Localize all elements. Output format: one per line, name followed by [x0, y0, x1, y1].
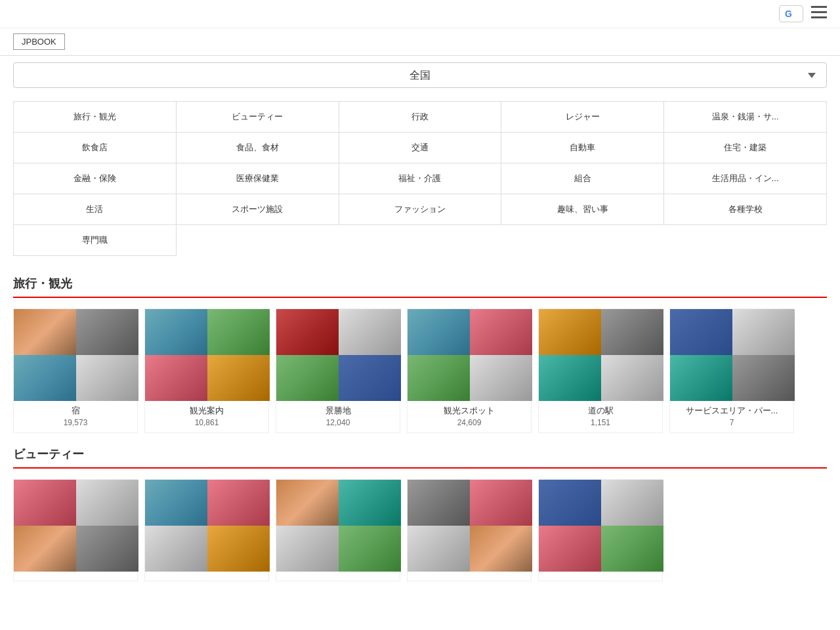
category-cell[interactable]: 交通	[339, 133, 502, 163]
card[interactable]: 道の駅1,151	[538, 308, 663, 433]
card-count: 1,151	[544, 418, 657, 427]
card-info	[145, 572, 268, 581]
card-image-placeholder	[539, 355, 601, 401]
card-info	[276, 572, 400, 581]
card-count: 24,609	[413, 418, 526, 427]
card-info: サービスエリア・パー...7	[670, 401, 793, 432]
region-select[interactable]: 全国 北海道 東北 関東 中部 近畿 中国 四国 九州 沖縄	[13, 62, 827, 88]
card-images	[539, 309, 663, 401]
category-cell[interactable]: 医療保健業	[177, 163, 339, 194]
breadcrumb-item[interactable]: JPBOOK	[13, 33, 65, 50]
card-info: 観光スポット24,609	[408, 401, 531, 432]
card-info: 観光案内10,861	[145, 401, 268, 432]
breadcrumb: JPBOOK	[0, 28, 840, 56]
card-image-placeholder	[670, 355, 732, 401]
card-name: サービスエリア・パー...	[675, 405, 788, 417]
card-image-placeholder	[339, 480, 401, 526]
card-count: 19,573	[19, 418, 132, 427]
card-image-placeholder	[408, 480, 470, 526]
card-image-placeholder	[276, 526, 339, 572]
category-cell[interactable]: 金融・保険	[14, 163, 177, 194]
category-cell[interactable]: ファッション	[339, 194, 502, 225]
card-image-placeholder	[539, 480, 601, 526]
card-image-placeholder	[76, 480, 138, 526]
card[interactable]: 景勝地12,040	[276, 308, 400, 433]
beauty-section-divider	[13, 467, 827, 469]
category-cell[interactable]: 生活用品・イン...	[664, 163, 827, 194]
category-cell[interactable]: 福祉・介護	[339, 163, 502, 194]
card-images	[408, 309, 532, 401]
category-cell[interactable]: 専門職	[14, 225, 177, 256]
header-right: G	[779, 5, 827, 22]
card-image-placeholder	[470, 526, 532, 572]
card-image-placeholder	[145, 480, 207, 526]
card[interactable]: サービスエリア・パー...7	[669, 308, 794, 433]
card-image-placeholder	[470, 309, 532, 355]
card[interactable]	[407, 479, 532, 581]
card-image-placeholder	[207, 355, 270, 401]
card-images	[145, 309, 270, 401]
category-cell[interactable]: 自動車	[501, 133, 664, 163]
category-cell[interactable]: 生活	[14, 194, 177, 225]
card[interactable]	[538, 479, 663, 581]
beauty-section-title: ビューティー	[13, 446, 827, 467]
menu-icon[interactable]	[811, 6, 827, 22]
card-info: 道の駅1,151	[539, 401, 662, 432]
card-name: 観光スポット	[413, 405, 526, 417]
card-image-placeholder	[601, 526, 663, 572]
card[interactable]: 観光案内10,861	[144, 308, 269, 433]
card-image-placeholder	[145, 309, 207, 355]
card-images	[14, 480, 138, 572]
card-image-placeholder	[207, 526, 270, 572]
card-image-placeholder	[76, 309, 138, 355]
beauty-card-grid	[0, 479, 840, 595]
card-count: 10,861	[150, 418, 263, 427]
card-info	[408, 572, 531, 581]
category-cell[interactable]: スポーツ施設	[177, 194, 339, 225]
card-image-placeholder	[207, 480, 270, 526]
card-image-placeholder	[14, 309, 76, 355]
card[interactable]	[276, 479, 400, 581]
card[interactable]: 観光スポット24,609	[407, 308, 532, 433]
travel-section-title: 旅行・観光	[13, 276, 827, 297]
category-cell[interactable]: ビューティー	[177, 102, 339, 133]
category-cell[interactable]: 各種学校	[664, 194, 827, 225]
card-images	[276, 480, 401, 572]
card-image-placeholder	[276, 355, 339, 401]
card[interactable]	[13, 479, 138, 581]
category-cell[interactable]: 住宅・建築	[664, 133, 827, 163]
card-name: 観光案内	[150, 405, 263, 417]
category-cell[interactable]: 組合	[501, 163, 664, 194]
category-cell[interactable]: 旅行・観光	[14, 102, 177, 133]
category-cell[interactable]: 趣味、習い事	[501, 194, 664, 225]
card-image-placeholder	[539, 526, 601, 572]
card-count: 7	[675, 418, 788, 427]
card-image-placeholder	[601, 355, 663, 401]
card-image-placeholder	[732, 309, 795, 355]
header: G	[0, 0, 840, 28]
card-image-placeholder	[732, 355, 795, 401]
card-image-placeholder	[470, 355, 532, 401]
category-cell[interactable]: 飲食店	[14, 133, 177, 163]
card[interactable]: 宿19,573	[13, 308, 138, 433]
category-cell[interactable]: 温泉・銭湯・サ...	[664, 102, 827, 133]
category-cell[interactable]: レジャー	[501, 102, 664, 133]
card-name: 宿	[19, 405, 132, 417]
category-cell[interactable]: 行政	[339, 102, 502, 133]
category-grid: 旅行・観光ビューティー行政レジャー温泉・銭湯・サ...飲食店食品、食材交通自動車…	[13, 101, 827, 256]
svg-rect-0	[811, 6, 827, 8]
card-image-placeholder	[339, 526, 401, 572]
card-image-placeholder	[276, 309, 339, 355]
category-cell[interactable]: 食品、食材	[177, 133, 339, 163]
card-image-placeholder	[14, 355, 76, 401]
card-image-placeholder	[601, 480, 663, 526]
card-images	[408, 480, 532, 572]
region-selector-wrap: 全国 北海道 東北 関東 中部 近畿 中国 四国 九州 沖縄	[0, 56, 840, 94]
language-selector[interactable]: G	[779, 5, 803, 22]
card[interactable]	[144, 479, 269, 581]
card-image-placeholder	[408, 355, 470, 401]
svg-rect-2	[811, 16, 827, 18]
travel-card-grid: 宿19,573観光案内10,861景勝地12,040観光スポット24,609道の…	[0, 308, 840, 446]
card-image-placeholder	[76, 355, 138, 401]
card-image-placeholder	[408, 309, 470, 355]
